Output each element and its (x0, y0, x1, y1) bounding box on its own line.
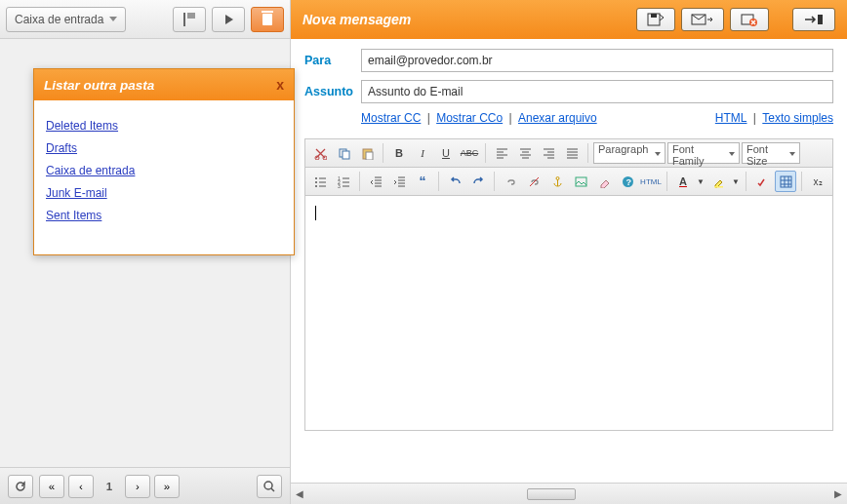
font-size-select[interactable]: Font Size (742, 142, 800, 164)
outdent-button[interactable] (365, 171, 386, 192)
spell-icon (756, 175, 769, 188)
svg-rect-24 (576, 177, 586, 186)
to-label: Para (304, 54, 361, 67)
svg-text:?: ? (625, 177, 631, 187)
copy-icon (338, 147, 350, 160)
subscript-button[interactable]: x₂ (807, 171, 828, 192)
align-left-icon (496, 147, 508, 160)
image-icon (575, 175, 587, 188)
horizontal-scrollbar[interactable]: ◀ ▶ (291, 483, 847, 504)
align-justify-icon (566, 147, 579, 160)
paragraph-format-select[interactable]: Paragraph (593, 142, 666, 164)
editor: B I U ABC Paragraph Font Family Font Siz… (304, 138, 833, 431)
image-button[interactable] (570, 171, 591, 192)
forward-button[interactable] (212, 7, 245, 32)
paste-button[interactable] (356, 142, 378, 164)
undo-icon (449, 175, 462, 188)
cut-button[interactable] (309, 142, 331, 164)
scroll-track[interactable] (308, 485, 829, 503)
delete-button[interactable] (251, 7, 284, 32)
italic-button[interactable]: I (412, 142, 433, 164)
html-source-button[interactable]: HTML (640, 171, 662, 192)
scroll-left-button[interactable]: ◀ (291, 488, 308, 499)
scroll-thumb[interactable] (527, 488, 576, 500)
align-left-button[interactable] (491, 142, 512, 164)
blockquote-button[interactable]: “ (412, 171, 433, 192)
bullet-list-button[interactable] (309, 171, 331, 192)
numbered-list-button[interactable]: 123 (333, 171, 354, 192)
discard-icon (741, 13, 758, 26)
bold-icon: B (395, 147, 403, 159)
text-color-dropdown[interactable]: ▼ (696, 171, 706, 192)
show-bcc-link[interactable]: Mostrar CCo (436, 111, 503, 125)
refresh-button[interactable] (8, 475, 33, 498)
copy-button[interactable] (333, 142, 354, 164)
send-button[interactable] (681, 8, 724, 31)
table-button[interactable] (775, 171, 796, 192)
subject-input[interactable] (361, 80, 833, 103)
help-button[interactable]: ? (617, 171, 638, 192)
to-input[interactable] (361, 49, 833, 72)
folder-link-drafts[interactable]: Drafts (46, 141, 282, 155)
svg-rect-27 (714, 186, 723, 188)
folder-link-inbox[interactable]: Caixa de entrada (46, 164, 282, 177)
popup-close-button[interactable]: x (276, 77, 284, 93)
spellcheck-button[interactable] (751, 171, 773, 192)
highlight-button[interactable] (707, 171, 729, 192)
html-mode-link[interactable]: HTML (715, 111, 747, 125)
page-number: 1 (98, 481, 121, 492)
scroll-right-button[interactable]: ▶ (829, 488, 847, 499)
text-color-icon: A (679, 175, 687, 187)
search-button[interactable] (257, 475, 282, 498)
envelope-send-icon (691, 13, 714, 26)
indent-button[interactable] (388, 171, 410, 192)
first-page-button[interactable]: « (39, 475, 64, 498)
discard-button[interactable] (730, 8, 769, 31)
folder-select-dropdown[interactable]: Caixa de entrada (6, 7, 126, 32)
next-page-button[interactable]: › (125, 475, 150, 498)
attach-file-link[interactable]: Anexar arquivo (518, 111, 597, 125)
link-button[interactable] (500, 171, 521, 192)
flag-icon (183, 13, 195, 26)
align-right-button[interactable] (538, 142, 559, 164)
ol-icon: 123 (338, 175, 350, 188)
folder-link-sent[interactable]: Sent Items (46, 209, 282, 222)
redo-button[interactable] (467, 171, 489, 192)
underline-icon: U (442, 147, 450, 159)
align-center-icon (519, 147, 532, 160)
collapse-button[interactable] (792, 8, 835, 31)
align-justify-button[interactable] (561, 142, 583, 164)
underline-button[interactable]: U (435, 142, 457, 164)
font-family-select[interactable]: Font Family (667, 142, 740, 164)
svg-rect-28 (781, 176, 791, 187)
align-right-icon (543, 147, 555, 160)
save-draft-button[interactable] (636, 8, 675, 31)
svg-line-1 (271, 488, 274, 491)
highlight-dropdown[interactable]: ▼ (731, 171, 741, 192)
folder-link-junk[interactable]: Junk E-mail (46, 186, 282, 200)
anchor-button[interactable] (546, 171, 568, 192)
bold-button[interactable]: B (388, 142, 410, 164)
subscript-icon: x₂ (814, 176, 823, 187)
flag-button[interactable] (173, 7, 206, 32)
undo-button[interactable] (444, 171, 465, 192)
anchor-icon (551, 175, 564, 188)
show-cc-link[interactable]: Mostrar CC (361, 111, 421, 125)
ul-icon (314, 175, 327, 188)
svg-point-0 (264, 482, 272, 489)
text-color-button[interactable]: A (672, 171, 694, 192)
prev-page-button[interactable]: ‹ (68, 475, 94, 498)
message-body-editor[interactable] (305, 196, 832, 430)
svg-point-17 (315, 181, 317, 183)
plaintext-mode-link[interactable]: Texto simples (762, 111, 833, 125)
eraser-icon (598, 175, 611, 188)
clear-format-button[interactable] (593, 171, 615, 192)
align-center-button[interactable] (514, 142, 536, 164)
svg-point-18 (315, 185, 317, 187)
strike-button[interactable]: ABC (459, 142, 480, 164)
unlink-button[interactable] (523, 171, 544, 192)
strike-icon: ABC (461, 148, 479, 158)
last-page-button[interactable]: » (154, 475, 180, 498)
folder-link-deleted[interactable]: Deleted Items (46, 119, 282, 133)
compose-header: Nova mensagem (291, 0, 847, 39)
